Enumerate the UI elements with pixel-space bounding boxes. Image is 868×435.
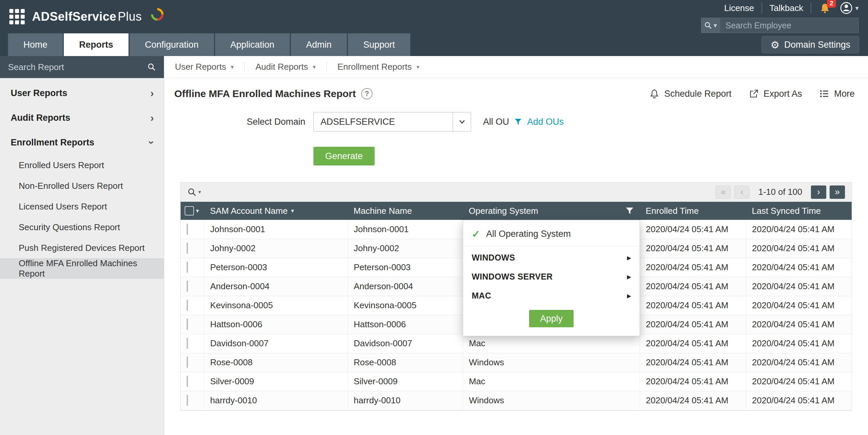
cell-enrolled: 2020/04/24 05:41 AM bbox=[640, 277, 746, 296]
export-as-button[interactable]: Export As bbox=[749, 89, 802, 99]
row-checkbox[interactable] bbox=[187, 338, 188, 349]
talkback-link[interactable]: Talkback bbox=[762, 3, 811, 13]
cell-sam: Kevinsona-0005 bbox=[204, 296, 347, 315]
table-row: Rose-0008 Rose-0008 Windows 2020/04/24 0… bbox=[181, 353, 851, 372]
user-avatar[interactable]: ▾ bbox=[840, 2, 859, 14]
os-filter-option-mac[interactable]: MAC ▸ bbox=[463, 286, 640, 305]
option-label: WINDOWS SERVER bbox=[472, 272, 553, 281]
divider bbox=[463, 246, 640, 246]
cell-synced: 2020/04/24 05:41 AM bbox=[746, 258, 851, 277]
add-ous-link[interactable]: Add OUs bbox=[527, 117, 564, 127]
cell-os: Mac bbox=[463, 372, 640, 391]
tab-support[interactable]: Support bbox=[348, 33, 410, 56]
row-checkbox[interactable] bbox=[187, 395, 188, 406]
row-checkbox[interactable] bbox=[187, 280, 188, 292]
table-toolbar: ▾ « ‹ 1-10 of 100 › » bbox=[181, 182, 851, 202]
schedule-report-button[interactable]: Schedule Report bbox=[649, 89, 732, 99]
report-search-icon[interactable] bbox=[147, 63, 156, 71]
sidebar-item-enrolled-users-report[interactable]: Enrolled Users Report bbox=[0, 155, 164, 175]
prev-page-button[interactable]: ‹ bbox=[734, 186, 749, 199]
brand: ADSelfServicePlus bbox=[9, 9, 164, 24]
tab-admin[interactable]: Admin bbox=[291, 33, 347, 56]
row-checkbox[interactable] bbox=[187, 242, 188, 254]
cell-machine: Davidson-0007 bbox=[347, 334, 463, 353]
domain-settings-button[interactable]: ⚙ Domain Settings bbox=[762, 36, 859, 54]
category-label: Enrollment Reports bbox=[338, 62, 412, 72]
export-as-label: Export As bbox=[764, 89, 802, 99]
last-page-button[interactable]: » bbox=[830, 186, 845, 199]
schedule-report-label: Schedule Report bbox=[664, 89, 732, 99]
column-operating-system[interactable]: Operating System bbox=[463, 202, 640, 220]
sidebar-list: User Reports › Audit Reports › Enrollmen… bbox=[0, 78, 164, 279]
sidebar-item-non-enrolled-users-report[interactable]: Non-Enrolled Users Report bbox=[0, 175, 164, 196]
select-all-checkbox[interactable] bbox=[185, 206, 194, 215]
os-filter-dropdown: ✓ All Operating System WINDOWS ▸ WINDOWS… bbox=[463, 220, 640, 336]
column-enrolled-time[interactable]: Enrolled Time bbox=[640, 202, 746, 220]
cell-enrolled: 2020/04/24 05:41 AM bbox=[640, 239, 746, 258]
license-link[interactable]: License bbox=[717, 3, 762, 13]
first-page-button[interactable]: « bbox=[715, 186, 731, 199]
sidebar-item-user-reports[interactable]: User Reports › bbox=[0, 81, 164, 105]
sidebar-item-audit-reports[interactable]: Audit Reports › bbox=[0, 105, 164, 130]
notification-bell-icon[interactable]: 2 bbox=[819, 2, 831, 14]
os-filter-icon[interactable] bbox=[626, 207, 633, 215]
cell-enrolled: 2020/04/24 05:41 AM bbox=[640, 334, 746, 353]
os-filter-option-windows-server[interactable]: WINDOWS SERVER ▸ bbox=[463, 267, 640, 286]
row-checkbox[interactable] bbox=[187, 262, 188, 273]
os-filter-all-label: All Operating System bbox=[486, 229, 571, 239]
category-audit-reports[interactable]: Audit Reports ▾ bbox=[245, 62, 327, 72]
report-search-input[interactable] bbox=[8, 62, 147, 72]
row-checkbox[interactable] bbox=[187, 357, 188, 368]
caret-down-icon: ▾ bbox=[416, 63, 419, 71]
export-icon bbox=[749, 89, 759, 99]
table-search-icon[interactable]: ▾ bbox=[187, 188, 201, 197]
sidebar-item-push-registered-devices-report[interactable]: Push Registered Devices Report bbox=[0, 237, 164, 258]
cell-machine: Hattson-0006 bbox=[347, 315, 463, 334]
cell-machine: Anderson-0004 bbox=[347, 277, 463, 296]
category-enrollment-reports[interactable]: Enrollment Reports ▾ bbox=[327, 62, 430, 72]
employee-search-icon[interactable]: ▾ bbox=[702, 18, 720, 33]
cell-enrolled: 2020/04/24 05:41 AM bbox=[640, 258, 746, 277]
column-last-synced-time[interactable]: Last Synced Time bbox=[746, 202, 851, 220]
more-icon bbox=[819, 89, 829, 99]
sidebar-item-licensed-users-report[interactable]: Licensed Users Report bbox=[0, 196, 164, 217]
app-grid-icon[interactable] bbox=[9, 9, 25, 24]
generate-button[interactable]: Generate bbox=[313, 147, 375, 165]
tab-home[interactable]: Home bbox=[8, 33, 63, 56]
cell-enrolled: 2020/04/24 05:41 AM bbox=[640, 353, 746, 372]
os-filter-all-option[interactable]: ✓ All Operating System bbox=[463, 220, 640, 246]
sidebar-item-security-questions-report[interactable]: Security Questions Report bbox=[0, 217, 164, 237]
row-checkbox[interactable] bbox=[187, 376, 188, 387]
cell-machine: Silver-0009 bbox=[347, 372, 463, 391]
logo-swoosh-icon bbox=[150, 7, 164, 22]
utility-bar: License Talkback 2 ▾ bbox=[717, 2, 859, 14]
sidebar-item-enrollment-reports[interactable]: Enrollment Reports › bbox=[0, 130, 164, 155]
column-machine-name[interactable]: Machine Name bbox=[347, 202, 463, 220]
sidebar-item-offline-mfa-enrolled-machines-report[interactable]: Offline MFA Enrolled Machines Report bbox=[0, 258, 164, 279]
apply-button[interactable]: Apply bbox=[529, 310, 574, 327]
cell-enrolled: 2020/04/24 05:41 AM bbox=[640, 391, 746, 410]
cell-synced: 2020/04/24 05:41 AM bbox=[746, 372, 851, 391]
help-icon[interactable]: ? bbox=[361, 88, 373, 99]
report-search bbox=[0, 56, 164, 78]
sidebar: User Reports › Audit Reports › Enrollmen… bbox=[0, 56, 164, 435]
column-label: Enrolled Time bbox=[646, 206, 699, 216]
column-sam-account-name[interactable]: SAM Account Name ▾ bbox=[204, 202, 347, 220]
os-filter-option-windows[interactable]: WINDOWS ▸ bbox=[463, 248, 640, 267]
cell-os: Mac bbox=[463, 334, 640, 353]
row-checkbox[interactable] bbox=[187, 224, 188, 235]
main-panel: User Reports ▾ Audit Reports ▾ Enrollmen… bbox=[164, 56, 868, 435]
domain-select[interactable]: ADSELFSERVICE bbox=[313, 112, 471, 131]
caret-down-icon[interactable]: ▾ bbox=[196, 207, 199, 214]
tab-configuration[interactable]: Configuration bbox=[129, 33, 214, 56]
page-head: Offline MFA Enrolled Machines Report ? S… bbox=[164, 78, 868, 99]
row-checkbox[interactable] bbox=[187, 319, 188, 330]
category-user-reports[interactable]: User Reports ▾ bbox=[164, 62, 244, 72]
next-page-button[interactable]: › bbox=[811, 186, 826, 199]
tab-reports[interactable]: Reports bbox=[64, 33, 128, 56]
tab-application[interactable]: Application bbox=[215, 33, 290, 56]
employee-search-input[interactable] bbox=[720, 21, 858, 30]
row-checkbox[interactable] bbox=[187, 300, 188, 311]
cell-machine: harrdy-0010 bbox=[347, 391, 463, 410]
more-button[interactable]: More bbox=[819, 89, 855, 99]
